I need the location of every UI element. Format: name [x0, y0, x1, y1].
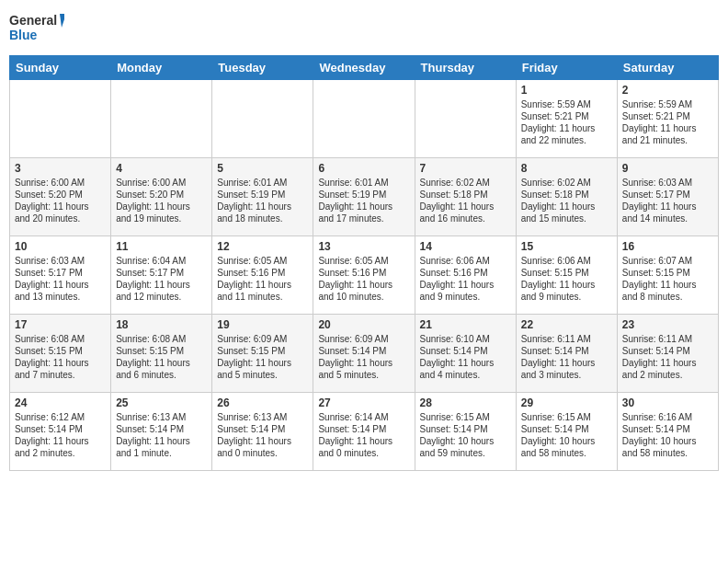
calendar-cell: 20Sunrise: 6:09 AMSunset: 5:14 PMDayligh… [313, 315, 415, 393]
calendar-cell [415, 80, 516, 158]
day-info: Sunrise: 6:06 AM [420, 255, 511, 267]
calendar-cell: 3Sunrise: 6:00 AMSunset: 5:20 PMDaylight… [10, 158, 111, 236]
day-info: Daylight: 10 hours and 59 minutes. [420, 435, 511, 459]
day-info: Sunrise: 5:59 AM [622, 98, 713, 110]
day-number: 16 [622, 240, 713, 253]
day-info: Daylight: 11 hours and 11 minutes. [217, 279, 308, 303]
day-info: Daylight: 11 hours and 20 minutes. [15, 201, 106, 224]
day-info: Sunrise: 6:02 AM [521, 177, 612, 189]
day-info: Sunset: 5:15 PM [521, 267, 612, 279]
day-info: Sunrise: 6:02 AM [420, 177, 511, 189]
day-number: 12 [217, 240, 308, 253]
day-number: 18 [116, 318, 207, 331]
day-info: Daylight: 11 hours and 4 minutes. [420, 357, 511, 381]
day-info: Daylight: 11 hours and 2 minutes. [15, 435, 106, 459]
day-number: 8 [521, 162, 612, 175]
day-number: 13 [318, 240, 409, 253]
calendar-cell: 10Sunrise: 6:03 AMSunset: 5:17 PMDayligh… [10, 236, 111, 315]
day-info: Sunrise: 6:10 AM [420, 333, 511, 345]
calendar-cell: 28Sunrise: 6:15 AMSunset: 5:14 PMDayligh… [415, 393, 516, 471]
day-info: Sunrise: 6:09 AM [217, 333, 308, 345]
day-info: Daylight: 11 hours and 1 minute. [116, 435, 207, 459]
day-info: Daylight: 11 hours and 5 minutes. [318, 357, 409, 381]
day-info: Sunrise: 6:08 AM [116, 333, 207, 345]
day-info: Sunset: 5:14 PM [15, 423, 106, 435]
day-number: 17 [15, 318, 106, 331]
day-info: Daylight: 11 hours and 5 minutes. [217, 357, 308, 381]
day-info: Sunrise: 6:01 AM [318, 177, 409, 189]
day-number: 3 [15, 162, 106, 175]
day-info: Sunset: 5:14 PM [318, 345, 409, 357]
calendar-header-wednesday: Wednesday [313, 56, 415, 80]
calendar-cell: 9Sunrise: 6:03 AMSunset: 5:17 PMDaylight… [617, 158, 718, 236]
day-number: 27 [318, 396, 409, 409]
calendar-header-saturday: Saturday [617, 56, 718, 80]
calendar-cell: 30Sunrise: 6:16 AMSunset: 5:14 PMDayligh… [617, 393, 718, 471]
day-info: Sunset: 5:18 PM [521, 189, 612, 201]
calendar-header-sunday: Sunday [10, 56, 111, 80]
calendar-cell: 6Sunrise: 6:01 AMSunset: 5:19 PMDaylight… [313, 158, 415, 236]
day-info: Sunset: 5:14 PM [420, 345, 511, 357]
svg-text:General: General [9, 13, 57, 28]
day-info: Daylight: 10 hours and 58 minutes. [622, 435, 713, 459]
calendar-header-friday: Friday [516, 56, 617, 80]
calendar-header-tuesday: Tuesday [212, 56, 313, 80]
day-info: Sunrise: 6:01 AM [217, 177, 308, 189]
day-info: Sunset: 5:14 PM [116, 423, 207, 435]
day-number: 28 [420, 396, 511, 409]
day-number: 9 [622, 162, 713, 175]
day-info: Sunrise: 5:59 AM [521, 98, 612, 110]
day-info: Sunrise: 6:15 AM [521, 411, 612, 423]
calendar-cell: 11Sunrise: 6:04 AMSunset: 5:17 PMDayligh… [111, 236, 212, 315]
day-info: Sunset: 5:20 PM [15, 189, 106, 201]
day-info: Sunrise: 6:03 AM [15, 255, 106, 267]
day-number: 22 [521, 318, 612, 331]
day-info: Sunset: 5:17 PM [15, 267, 106, 279]
day-info: Daylight: 11 hours and 0 minutes. [217, 435, 308, 459]
day-info: Sunset: 5:14 PM [521, 423, 612, 435]
calendar-cell [313, 80, 415, 158]
calendar-week-row: 1Sunrise: 5:59 AMSunset: 5:21 PMDaylight… [10, 80, 719, 158]
day-number: 29 [521, 396, 612, 409]
day-info: Daylight: 11 hours and 8 minutes. [622, 279, 713, 303]
day-info: Daylight: 11 hours and 7 minutes. [15, 357, 106, 381]
day-number: 5 [217, 162, 308, 175]
calendar-cell: 24Sunrise: 6:12 AMSunset: 5:14 PMDayligh… [10, 393, 111, 471]
day-number: 23 [622, 318, 713, 331]
day-info: Sunrise: 6:13 AM [116, 411, 207, 423]
day-info: Daylight: 11 hours and 12 minutes. [116, 279, 207, 303]
calendar-cell: 18Sunrise: 6:08 AMSunset: 5:15 PMDayligh… [111, 315, 212, 393]
day-info: Sunset: 5:15 PM [622, 267, 713, 279]
day-info: Daylight: 11 hours and 10 minutes. [318, 279, 409, 303]
calendar-week-row: 10Sunrise: 6:03 AMSunset: 5:17 PMDayligh… [10, 236, 719, 315]
calendar-cell: 27Sunrise: 6:14 AMSunset: 5:14 PMDayligh… [313, 393, 415, 471]
day-number: 15 [521, 240, 612, 253]
calendar-cell: 21Sunrise: 6:10 AMSunset: 5:14 PMDayligh… [415, 315, 516, 393]
calendar-week-row: 3Sunrise: 6:00 AMSunset: 5:20 PMDaylight… [10, 158, 719, 236]
day-info: Daylight: 10 hours and 58 minutes. [521, 435, 612, 459]
day-number: 20 [318, 318, 409, 331]
day-info: Sunrise: 6:04 AM [116, 255, 207, 267]
day-number: 26 [217, 396, 308, 409]
day-number: 25 [116, 396, 207, 409]
calendar-cell [10, 80, 111, 158]
day-info: Daylight: 11 hours and 16 minutes. [420, 201, 511, 224]
day-info: Daylight: 11 hours and 22 minutes. [521, 122, 612, 146]
day-info: Sunset: 5:15 PM [116, 345, 207, 357]
day-number: 24 [15, 396, 106, 409]
day-number: 10 [15, 240, 106, 253]
svg-marker-2 [60, 14, 64, 28]
day-info: Sunset: 5:14 PM [622, 423, 713, 435]
day-info: Daylight: 11 hours and 14 minutes. [622, 201, 713, 224]
calendar-cell: 17Sunrise: 6:08 AMSunset: 5:15 PMDayligh… [10, 315, 111, 393]
day-number: 14 [420, 240, 511, 253]
calendar-week-row: 24Sunrise: 6:12 AMSunset: 5:14 PMDayligh… [10, 393, 719, 471]
page-header: General Blue [9, 9, 719, 46]
calendar-cell: 15Sunrise: 6:06 AMSunset: 5:15 PMDayligh… [516, 236, 617, 315]
calendar-header-thursday: Thursday [415, 56, 516, 80]
day-number: 6 [318, 162, 409, 175]
day-number: 30 [622, 396, 713, 409]
day-info: Sunset: 5:21 PM [622, 110, 713, 122]
day-info: Sunrise: 6:00 AM [116, 177, 207, 189]
day-info: Sunrise: 6:13 AM [217, 411, 308, 423]
